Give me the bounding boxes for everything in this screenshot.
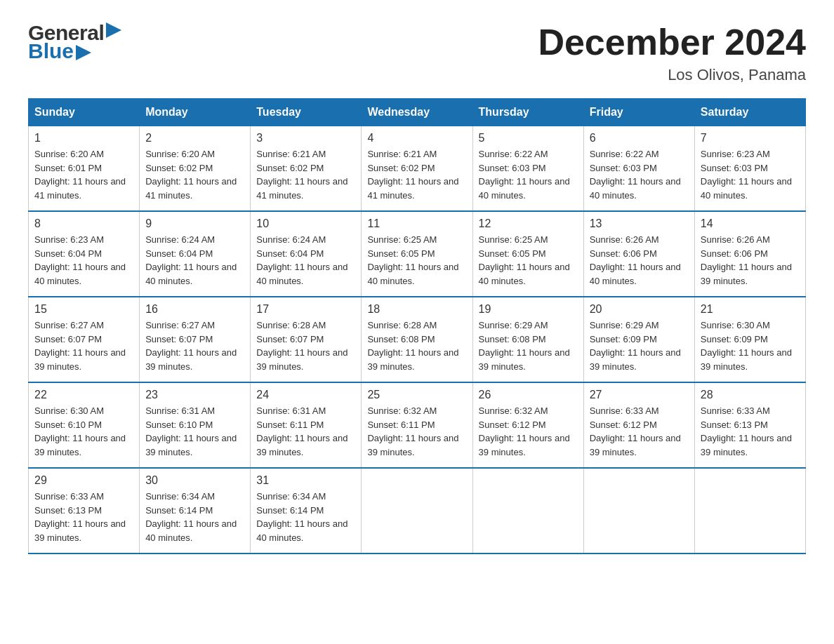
calendar-week-row: 22 Sunrise: 6:30 AM Sunset: 6:10 PM Dayl… <box>29 382 806 468</box>
table-row: 16 Sunrise: 6:27 AM Sunset: 6:07 PM Dayl… <box>140 297 251 382</box>
day-info: Sunrise: 6:33 AM Sunset: 6:12 PM Dayligh… <box>590 404 689 459</box>
day-info: Sunrise: 6:33 AM Sunset: 6:13 PM Dayligh… <box>701 404 800 459</box>
day-info: Sunrise: 6:23 AM Sunset: 6:03 PM Dayligh… <box>701 147 800 202</box>
table-row: 10 Sunrise: 6:24 AM Sunset: 6:04 PM Dayl… <box>251 211 362 297</box>
table-row: 24 Sunrise: 6:31 AM Sunset: 6:11 PM Dayl… <box>251 382 362 468</box>
day-info: Sunrise: 6:21 AM Sunset: 6:02 PM Dayligh… <box>367 147 466 202</box>
day-number: 1 <box>34 132 133 145</box>
day-number: 12 <box>479 217 578 230</box>
table-row: 11 Sunrise: 6:25 AM Sunset: 6:05 PM Dayl… <box>362 211 472 297</box>
table-row: 15 Sunrise: 6:27 AM Sunset: 6:07 PM Dayl… <box>29 297 140 382</box>
table-row: 20 Sunrise: 6:29 AM Sunset: 6:09 PM Dayl… <box>583 297 694 382</box>
day-info: Sunrise: 6:28 AM Sunset: 6:07 PM Dayligh… <box>256 318 355 373</box>
day-info: Sunrise: 6:20 AM Sunset: 6:01 PM Dayligh… <box>34 147 133 202</box>
table-row: 8 Sunrise: 6:23 AM Sunset: 6:04 PM Dayli… <box>29 211 140 297</box>
title-area: December 2024 Los Olivos, Panama <box>538 21 806 84</box>
day-info: Sunrise: 6:22 AM Sunset: 6:03 PM Dayligh… <box>479 147 578 202</box>
day-info: Sunrise: 6:25 AM Sunset: 6:05 PM Dayligh… <box>367 233 466 288</box>
table-row: 21 Sunrise: 6:30 AM Sunset: 6:09 PM Dayl… <box>694 297 805 382</box>
calendar-week-row: 15 Sunrise: 6:27 AM Sunset: 6:07 PM Dayl… <box>29 297 806 382</box>
table-row: 18 Sunrise: 6:28 AM Sunset: 6:08 PM Dayl… <box>362 297 472 382</box>
table-row: 4 Sunrise: 6:21 AM Sunset: 6:02 PM Dayli… <box>362 126 472 212</box>
day-number: 17 <box>256 303 355 316</box>
table-row: 29 Sunrise: 6:33 AM Sunset: 6:13 PM Dayl… <box>29 468 140 554</box>
col-monday: Monday <box>140 99 251 126</box>
day-info: Sunrise: 6:22 AM Sunset: 6:03 PM Dayligh… <box>590 147 689 202</box>
day-info: Sunrise: 6:33 AM Sunset: 6:13 PM Dayligh… <box>34 490 133 544</box>
calendar-header-row: Sunday Monday Tuesday Wednesday Thursday… <box>29 99 806 126</box>
day-number: 14 <box>701 217 800 230</box>
day-number: 13 <box>590 217 689 230</box>
col-friday: Friday <box>583 99 694 126</box>
day-number: 18 <box>367 303 466 316</box>
col-saturday: Saturday <box>694 99 805 126</box>
table-row: 1 Sunrise: 6:20 AM Sunset: 6:01 PM Dayli… <box>29 126 140 212</box>
day-info: Sunrise: 6:34 AM Sunset: 6:14 PM Dayligh… <box>145 490 244 544</box>
logo: General Blue <box>28 21 121 63</box>
day-info: Sunrise: 6:31 AM Sunset: 6:10 PM Dayligh… <box>145 404 244 459</box>
day-number: 8 <box>34 217 133 230</box>
day-info: Sunrise: 6:29 AM Sunset: 6:09 PM Dayligh… <box>590 318 689 373</box>
day-number: 6 <box>590 132 689 145</box>
day-info: Sunrise: 6:27 AM Sunset: 6:07 PM Dayligh… <box>34 318 133 373</box>
table-row: 22 Sunrise: 6:30 AM Sunset: 6:10 PM Dayl… <box>29 382 140 468</box>
col-tuesday: Tuesday <box>251 99 362 126</box>
day-number: 25 <box>367 389 466 401</box>
day-info: Sunrise: 6:30 AM Sunset: 6:09 PM Dayligh… <box>701 318 800 373</box>
day-number: 30 <box>145 474 244 487</box>
day-number: 15 <box>34 303 133 316</box>
day-info: Sunrise: 6:25 AM Sunset: 6:05 PM Dayligh… <box>479 233 578 288</box>
table-row: 30 Sunrise: 6:34 AM Sunset: 6:14 PM Dayl… <box>140 468 251 554</box>
day-number: 3 <box>256 132 355 145</box>
col-sunday: Sunday <box>29 99 140 126</box>
col-wednesday: Wednesday <box>362 99 472 126</box>
day-number: 20 <box>590 303 689 316</box>
day-info: Sunrise: 6:26 AM Sunset: 6:06 PM Dayligh… <box>701 233 800 288</box>
calendar-table: Sunday Monday Tuesday Wednesday Thursday… <box>28 98 806 554</box>
day-info: Sunrise: 6:34 AM Sunset: 6:14 PM Dayligh… <box>256 490 355 544</box>
col-thursday: Thursday <box>472 99 583 126</box>
table-row: 25 Sunrise: 6:32 AM Sunset: 6:11 PM Dayl… <box>362 382 472 468</box>
calendar-week-row: 1 Sunrise: 6:20 AM Sunset: 6:01 PM Dayli… <box>29 126 806 212</box>
day-info: Sunrise: 6:23 AM Sunset: 6:04 PM Dayligh… <box>34 233 133 288</box>
svg-marker-1 <box>76 45 91 60</box>
day-number: 23 <box>145 389 244 401</box>
table-row: 27 Sunrise: 6:33 AM Sunset: 6:12 PM Dayl… <box>583 382 694 468</box>
table-row: 7 Sunrise: 6:23 AM Sunset: 6:03 PM Dayli… <box>694 126 805 212</box>
day-info: Sunrise: 6:24 AM Sunset: 6:04 PM Dayligh… <box>256 233 355 288</box>
logo-arrow-blue-icon <box>76 45 91 60</box>
table-row: 26 Sunrise: 6:32 AM Sunset: 6:12 PM Dayl… <box>472 382 583 468</box>
day-number: 28 <box>701 389 800 401</box>
day-info: Sunrise: 6:31 AM Sunset: 6:11 PM Dayligh… <box>256 404 355 459</box>
table-row <box>362 468 472 554</box>
day-number: 31 <box>256 474 355 487</box>
table-row: 2 Sunrise: 6:20 AM Sunset: 6:02 PM Dayli… <box>140 126 251 212</box>
day-number: 26 <box>479 389 578 401</box>
table-row: 9 Sunrise: 6:24 AM Sunset: 6:04 PM Dayli… <box>140 211 251 297</box>
calendar-week-row: 29 Sunrise: 6:33 AM Sunset: 6:13 PM Dayl… <box>29 468 806 554</box>
day-number: 4 <box>367 132 466 145</box>
day-number: 11 <box>367 217 466 230</box>
day-info: Sunrise: 6:30 AM Sunset: 6:10 PM Dayligh… <box>34 404 133 459</box>
table-row <box>694 468 805 554</box>
day-info: Sunrise: 6:20 AM Sunset: 6:02 PM Dayligh… <box>145 147 244 202</box>
day-number: 19 <box>479 303 578 316</box>
table-row: 19 Sunrise: 6:29 AM Sunset: 6:08 PM Dayl… <box>472 297 583 382</box>
day-info: Sunrise: 6:24 AM Sunset: 6:04 PM Dayligh… <box>145 233 244 288</box>
table-row: 31 Sunrise: 6:34 AM Sunset: 6:14 PM Dayl… <box>251 468 362 554</box>
day-number: 22 <box>34 389 133 401</box>
day-info: Sunrise: 6:27 AM Sunset: 6:07 PM Dayligh… <box>145 318 244 373</box>
page-header: General Blue December 2024 Los Olivos, P… <box>28 21 806 84</box>
day-number: 24 <box>256 389 355 401</box>
day-info: Sunrise: 6:26 AM Sunset: 6:06 PM Dayligh… <box>590 233 689 288</box>
location: Los Olivos, Panama <box>538 66 806 84</box>
logo-arrow-icon <box>106 22 121 38</box>
logo-blue-text: Blue <box>28 39 74 63</box>
day-number: 7 <box>701 132 800 145</box>
table-row: 23 Sunrise: 6:31 AM Sunset: 6:10 PM Dayl… <box>140 382 251 468</box>
day-info: Sunrise: 6:21 AM Sunset: 6:02 PM Dayligh… <box>256 147 355 202</box>
table-row: 17 Sunrise: 6:28 AM Sunset: 6:07 PM Dayl… <box>251 297 362 382</box>
table-row <box>472 468 583 554</box>
table-row: 14 Sunrise: 6:26 AM Sunset: 6:06 PM Dayl… <box>694 211 805 297</box>
day-info: Sunrise: 6:29 AM Sunset: 6:08 PM Dayligh… <box>479 318 578 373</box>
